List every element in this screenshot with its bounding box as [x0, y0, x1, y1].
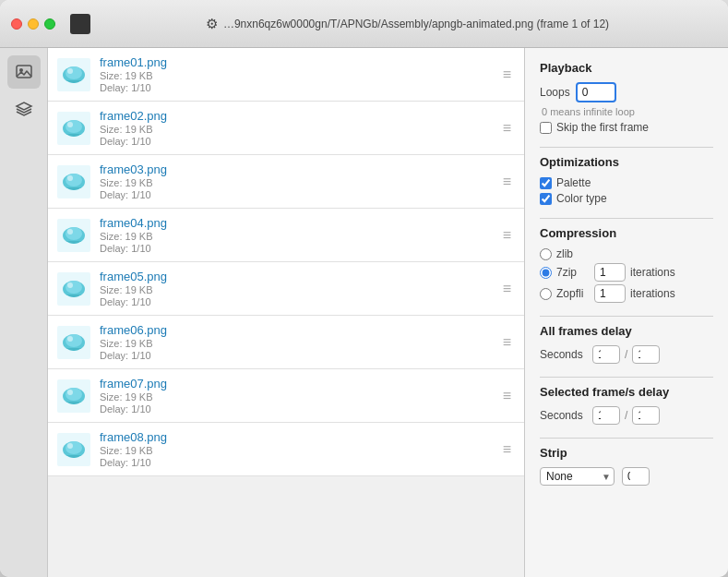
sevenzip-row: 7zip iterations: [540, 263, 713, 282]
spinning-icon: ⚙: [206, 16, 218, 32]
frame-item[interactable]: frame07.png Size: 19 KB Delay: 1/10 ≡: [48, 369, 524, 423]
sevenzip-iter-input[interactable]: [594, 263, 626, 282]
loops-label: Loops: [540, 86, 570, 99]
sevenzip-radio[interactable]: [540, 267, 552, 279]
strip-section: Strip None All Metadata ▼: [540, 446, 713, 486]
zopfli-iter-label: iterations: [630, 287, 675, 300]
app-window: ⚙ …9nxn6qz6w0000gn/T/APNGb/Assembly/apng…: [0, 0, 728, 577]
selected-frames-numerator-input[interactable]: [592, 406, 620, 425]
svg-point-24: [66, 334, 82, 347]
frame-delay: Delay: 1/10: [100, 243, 490, 254]
color-type-row: Color type: [540, 192, 713, 205]
frame-name: frame07.png: [100, 377, 490, 391]
divider-2: [540, 218, 713, 219]
all-frames-numerator-input[interactable]: [592, 345, 620, 364]
frame-delay: Delay: 1/10: [100, 403, 490, 415]
strip-value-input[interactable]: [622, 467, 650, 486]
title-url-bar: ⚙ …9nxn6qz6w0000gn/T/APNGb/Assembly/apng…: [98, 16, 717, 32]
selected-frames-seconds-label: Seconds: [540, 409, 588, 422]
optimizations-title: Optimizations: [540, 155, 713, 169]
frame-menu-icon[interactable]: ≡: [499, 279, 515, 299]
sidebar-item-image[interactable]: [7, 55, 41, 89]
sidebar-item-layers[interactable]: [7, 92, 41, 126]
minimize-button[interactable]: [28, 18, 39, 30]
svg-point-12: [66, 174, 82, 186]
svg-point-28: [66, 388, 82, 401]
selected-frames-denominator-input[interactable]: [632, 406, 660, 425]
frames-panel[interactable]: frame01.png Size: 19 KB Delay: 1/10 ≡ fr…: [48, 48, 525, 577]
svg-point-9: [67, 122, 73, 127]
frame-size: Size: 19 KB: [100, 124, 490, 135]
frame-menu-icon[interactable]: ≡: [499, 332, 515, 353]
divider-1: [540, 147, 713, 148]
loops-input[interactable]: [576, 82, 616, 102]
all-frames-delay-row: Seconds /: [540, 345, 713, 364]
frame-delay: Delay: 1/10: [100, 136, 490, 147]
frame-item[interactable]: frame02.png Size: 19 KB Delay: 1/10 ≡: [48, 102, 524, 155]
frame-delay: Delay: 1/10: [100, 457, 490, 468]
strip-select-wrapper: None All Metadata ▼: [540, 467, 615, 486]
frame-size: Size: 19 KB: [100, 231, 490, 242]
frame-menu-icon[interactable]: ≡: [499, 225, 515, 246]
svg-point-33: [67, 443, 73, 449]
image-icon: [15, 63, 33, 81]
palette-label: Palette: [556, 176, 591, 189]
frame-name: frame04.png: [100, 216, 490, 230]
zopfli-iter-input[interactable]: [594, 284, 626, 303]
frame-name: frame08.png: [100, 430, 490, 444]
frame-item[interactable]: frame04.png Size: 19 KB Delay: 1/10 ≡: [48, 209, 524, 262]
frame-menu-icon[interactable]: ≡: [499, 439, 515, 460]
all-frames-delay-section: All frames delay Seconds /: [540, 324, 713, 364]
frame-thumbnail: [57, 58, 90, 91]
skip-first-label: Skip the first frame: [556, 121, 649, 134]
close-button[interactable]: [11, 18, 22, 30]
selected-frames-slash: /: [625, 409, 627, 422]
frame-delay: Delay: 1/10: [100, 350, 490, 361]
loops-row: Loops: [540, 82, 713, 102]
window-title: …9nxn6qz6w0000gn/T/APNGb/Assembly/apngb-…: [223, 18, 609, 30]
zlib-row: zlib: [540, 247, 713, 260]
svg-rect-0: [17, 66, 31, 78]
frame-info: frame06.png Size: 19 KB Delay: 1/10: [100, 323, 490, 361]
svg-point-20: [66, 281, 82, 294]
sevenzip-label: 7zip: [556, 266, 590, 279]
frame-menu-icon[interactable]: ≡: [499, 386, 515, 406]
frame-thumbnail: [57, 165, 90, 198]
frame-size: Size: 19 KB: [100, 177, 490, 188]
strip-select[interactable]: None All Metadata: [540, 467, 615, 486]
settings-panel: Playback Loops 0 means infinite loop Ski…: [525, 48, 728, 577]
frame-item[interactable]: frame03.png Size: 19 KB Delay: 1/10 ≡: [48, 155, 524, 209]
frame-size: Size: 19 KB: [100, 284, 490, 295]
skip-first-checkbox[interactable]: [540, 122, 552, 134]
zopfli-row: Zopfli iterations: [540, 284, 713, 303]
all-frames-denominator-input[interactable]: [632, 345, 660, 364]
zopfli-radio[interactable]: [540, 288, 552, 300]
svg-point-17: [67, 229, 73, 234]
svg-point-32: [66, 441, 82, 454]
maximize-button[interactable]: [44, 18, 55, 30]
svg-point-8: [66, 120, 82, 133]
main-content: frame01.png Size: 19 KB Delay: 1/10 ≡ fr…: [0, 48, 728, 577]
svg-point-21: [67, 282, 73, 288]
frame-item[interactable]: frame08.png Size: 19 KB Delay: 1/10 ≡: [48, 423, 524, 476]
frame-delay: Delay: 1/10: [100, 296, 490, 307]
frame-item[interactable]: frame05.png Size: 19 KB Delay: 1/10 ≡: [48, 262, 524, 316]
frame-delay: Delay: 1/10: [100, 189, 490, 200]
frame-delay: Delay: 1/10: [100, 82, 490, 93]
frame-item[interactable]: frame06.png Size: 19 KB Delay: 1/10 ≡: [48, 316, 524, 369]
frame-item[interactable]: frame01.png Size: 19 KB Delay: 1/10 ≡: [48, 48, 524, 102]
color-type-checkbox[interactable]: [540, 193, 552, 205]
titlebar: ⚙ …9nxn6qz6w0000gn/T/APNGb/Assembly/apng…: [0, 0, 728, 48]
frame-menu-icon[interactable]: ≡: [499, 172, 515, 192]
frame-menu-icon[interactable]: ≡: [499, 118, 515, 138]
svg-point-5: [67, 68, 73, 74]
frame-size: Size: 19 KB: [100, 391, 490, 403]
optimizations-section: Optimizations Palette Color type: [540, 155, 713, 205]
palette-checkbox[interactable]: [540, 177, 552, 189]
frame-menu-icon[interactable]: ≡: [499, 65, 515, 85]
zlib-radio[interactable]: [540, 248, 552, 260]
layers-icon: [15, 100, 33, 118]
all-frames-delay-title: All frames delay: [540, 324, 713, 338]
zopfli-label: Zopfli: [556, 287, 590, 300]
color-type-label: Color type: [556, 192, 607, 205]
